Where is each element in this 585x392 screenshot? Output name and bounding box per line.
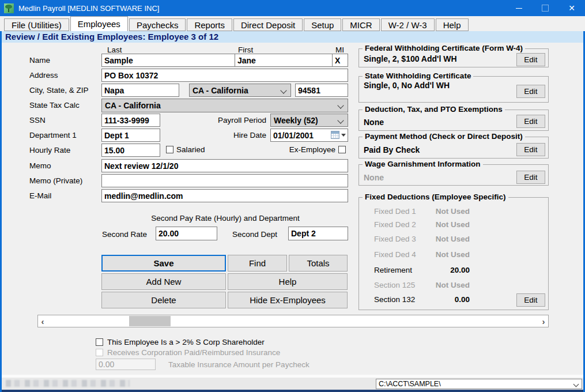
first-name-input[interactable] <box>235 54 333 67</box>
tab-paychecks[interactable]: Paychecks <box>129 18 186 31</box>
payroll-period-label: Payroll Period <box>203 116 266 125</box>
middle-initial-input[interactable] <box>332 54 348 67</box>
city-state-zip-label: City, State, & ZIP <box>29 86 89 95</box>
section132-edit-button[interactable]: Edit <box>516 293 545 307</box>
retirement-value: 20.00 <box>394 266 470 274</box>
hire-date-picker-button[interactable] <box>331 131 346 139</box>
tab-setup[interactable]: Setup <box>304 18 341 31</box>
tab-file-utilities[interactable]: File (Utilities) <box>4 18 69 31</box>
insurance-checkbox <box>96 349 103 356</box>
memo-private-label: Memo (Private) <box>29 176 82 185</box>
address-input[interactable] <box>101 69 348 82</box>
second-dept-input[interactable] <box>288 227 348 240</box>
state-select[interactable]: CA - California <box>189 84 291 97</box>
window-left-border <box>0 31 2 392</box>
fixed-ded4-value: Not Used <box>394 250 470 259</box>
fixed-ded3-value: Not Used <box>394 235 470 243</box>
state-edit-button[interactable]: Edit <box>516 85 545 98</box>
section125-value: Not Used <box>394 281 470 289</box>
hire-date-input[interactable]: 01/01/2001 <box>270 129 348 142</box>
data-path-select[interactable]: C:\ACCT\SAMPLE\ <box>376 379 582 389</box>
help-button[interactable]: Help <box>228 273 348 290</box>
save-button[interactable]: Save <box>101 255 226 272</box>
payment-method-edit-button[interactable]: Edit <box>516 143 545 156</box>
page-title: Review / Edit Existing Employees: Employ… <box>0 31 585 43</box>
middle-initial-header: MI <box>335 46 344 54</box>
delete-button[interactable]: Delete <box>101 292 226 308</box>
window-bottom-border <box>0 390 585 392</box>
salaried-checkbox[interactable] <box>166 146 173 153</box>
chevron-down-icon <box>280 87 286 93</box>
state-withholding-value: Single, 0, No Add'l WH <box>364 81 450 90</box>
garnishment-edit-button[interactable]: Edit <box>516 171 545 184</box>
department1-input[interactable] <box>101 129 160 142</box>
tab-reports[interactable]: Reports <box>187 18 232 31</box>
first-name-header: First <box>238 46 253 54</box>
chevron-down-icon <box>337 102 344 108</box>
scrollbar-left-arrow-icon[interactable]: ‹ <box>38 315 47 327</box>
payment-method-value: Paid By Check <box>364 145 420 154</box>
ssn-input[interactable] <box>101 114 160 127</box>
email-input[interactable] <box>101 189 348 202</box>
second-rate-label: Second Rate <box>102 230 147 239</box>
minimize-button[interactable] <box>505 0 532 16</box>
exemptions-title: Deduction, Tax, and PTO Exemptions <box>363 105 505 114</box>
add-new-button[interactable]: Add New <box>101 273 226 290</box>
fieldset-payment-method: Payment Method (Check or Direct Deposit)… <box>358 137 549 159</box>
chevron-down-icon <box>341 134 346 137</box>
memo-private-input[interactable] <box>101 174 348 187</box>
second-rate-input[interactable] <box>156 227 217 240</box>
maximize-icon <box>542 5 549 12</box>
close-button[interactable]: ✕ <box>558 0 585 16</box>
app-window: Medlin Payroll [MEDLIN SOFTWARE INC] ✕ F… <box>0 0 585 392</box>
hourly-rate-input[interactable] <box>101 144 160 157</box>
zip-input[interactable] <box>295 84 348 97</box>
scorp-shareholder-checkbox[interactable] <box>96 338 103 346</box>
wage-garnishment-title: Wage Garnishment Information <box>363 160 483 168</box>
hide-ex-employees-button[interactable]: Hide Ex-Employees <box>228 292 348 308</box>
scrollbar-thumb[interactable] <box>129 316 171 326</box>
statusbar: C:\ACCT\SAMPLE\ <box>0 378 585 390</box>
maximize-button[interactable] <box>532 0 558 16</box>
city-input[interactable] <box>101 84 179 97</box>
federal-withholding-title: Federal Withholding Certificate (Form W-… <box>363 44 525 52</box>
name-label: Name <box>29 56 50 65</box>
state-tax-calc-select[interactable]: CA - California <box>101 99 348 112</box>
section132-value: 0.00 <box>394 295 470 304</box>
scrollbar-right-arrow-icon[interactable]: › <box>539 315 548 327</box>
titlebar: Medlin Payroll [MEDLIN SOFTWARE INC] ✕ <box>0 0 585 16</box>
tab-w2-w3[interactable]: W-2 / W-3 <box>381 18 435 31</box>
ssn-label: SSN <box>29 116 46 125</box>
hourly-rate-label: Hourly Rate <box>29 146 70 154</box>
hire-date-label: Hire Date <box>203 131 266 140</box>
totals-button[interactable]: Totals <box>289 255 348 272</box>
tab-employees[interactable]: Employees <box>70 16 128 31</box>
state-tax-calc-value: CA - California <box>105 101 161 110</box>
tab-help[interactable]: Help <box>436 18 469 31</box>
last-name-header: Last <box>107 46 122 54</box>
ex-employee-checkbox[interactable] <box>338 146 346 153</box>
wage-garnishment-value: None <box>364 173 384 182</box>
tab-bar: File (Utilities) Employees Paychecks Rep… <box>0 16 585 31</box>
ex-employee-label: Ex-Employee <box>275 145 335 154</box>
exemptions-edit-button[interactable]: Edit <box>516 115 545 128</box>
payroll-period-value: Weekly (52) <box>274 116 318 125</box>
data-path-value: C:\ACCT\SAMPLE\ <box>379 380 441 388</box>
last-name-input[interactable] <box>101 54 235 67</box>
employee-scrollbar[interactable]: ‹ › <box>37 315 549 327</box>
tab-direct-deposit[interactable]: Direct Deposit <box>233 18 303 31</box>
find-button[interactable]: Find <box>228 255 287 272</box>
memo-input[interactable] <box>101 159 348 172</box>
department1-label: Department 1 <box>29 131 77 140</box>
state-tax-calc-label: State Tax Calc <box>29 101 80 110</box>
statusbar-ghost-text <box>6 380 130 387</box>
tab-micr[interactable]: MICR <box>342 18 379 31</box>
exemptions-value: None <box>364 118 384 127</box>
insurance-amount-label: Taxable Insurance Amount per Paycheck <box>168 360 310 369</box>
payroll-period-select[interactable]: Weekly (52) <box>270 114 348 127</box>
state-withholding-title: State Withholding Certificate <box>363 71 473 80</box>
fieldset-wage-garnishment: Wage Garnishment Information None Edit <box>358 164 549 186</box>
federal-edit-button[interactable]: Edit <box>516 53 545 66</box>
payment-method-title: Payment Method (Check or Direct Deposit) <box>363 132 525 141</box>
second-pay-title: Second Pay Rate (Hourly) and Department <box>103 214 348 223</box>
